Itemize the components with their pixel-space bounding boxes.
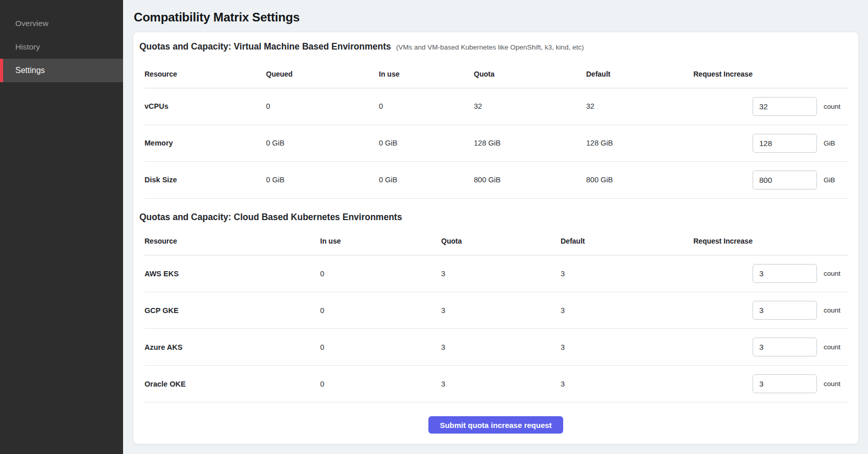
table-row: Disk Size 0 GiB 0 GiB 800 GiB 800 GiB Gi… [144, 161, 848, 198]
table-row: AWS EKS 0 3 3 count [144, 255, 848, 292]
column-header-in-use: In use [379, 60, 474, 88]
request-increase-input-aws-eks[interactable] [753, 264, 817, 283]
default-value: 3 [561, 255, 693, 292]
table-row: Oracle OKE 0 3 3 count [144, 366, 848, 402]
request-increase-cell: count [693, 374, 848, 393]
table-row: vCPUs 0 0 32 32 count [144, 88, 848, 125]
quota-value: 3 [441, 292, 561, 329]
vm-quota-table: Resource Queued In use Quota Default Req… [144, 60, 848, 199]
column-header-resource: Resource [144, 60, 266, 88]
request-increase-cell: count [693, 264, 848, 283]
default-value: 3 [561, 329, 693, 366]
main-content: Compatibility Matrix Settings Quotas and… [123, 0, 868, 454]
default-value: 800 GiB [586, 161, 693, 198]
request-increase-input-oracle-oke[interactable] [753, 374, 817, 393]
sidebar: Overview History Settings [0, 0, 123, 454]
unit-label: count [824, 270, 840, 277]
vm-section-title: Quotas and Capacity: Virtual Machine Bas… [139, 41, 391, 52]
sidebar-item-settings[interactable]: Settings [0, 59, 123, 82]
request-increase-input-vcpus[interactable] [753, 97, 817, 116]
column-header-request-increase: Request Increase [693, 228, 848, 255]
sidebar-item-history[interactable]: History [0, 35, 123, 59]
cloud-section-title: Quotas and Capacity: Cloud Based Kuberne… [139, 212, 402, 223]
column-header-request-increase: Request Increase [693, 60, 848, 88]
resource-name: Azure AKS [144, 329, 320, 366]
resource-name: GCP GKE [144, 292, 320, 329]
request-increase-cell: GiB [693, 134, 848, 153]
page-title: Compatibility Matrix Settings [134, 10, 859, 25]
in-use-value: 0 GiB [379, 125, 474, 161]
queued-value: 0 [266, 88, 379, 125]
quota-value: 128 GiB [474, 125, 586, 161]
sidebar-item-label: Settings [15, 66, 45, 75]
resource-name: Disk Size [144, 161, 266, 198]
in-use-value: 0 [320, 255, 441, 292]
in-use-value: 0 GiB [379, 161, 474, 198]
vm-section-subtitle: (VMs and VM-based Kubernetes like OpenSh… [396, 43, 584, 51]
request-increase-cell: count [693, 338, 848, 356]
cloud-table-header-row: Resource In use Quota Default Request In… [144, 228, 848, 255]
column-header-queued: Queued [266, 60, 379, 88]
unit-label: count [824, 103, 840, 110]
unit-label: count [824, 380, 840, 388]
in-use-value: 0 [320, 329, 441, 366]
in-use-value: 0 [320, 366, 441, 402]
request-increase-cell: GiB [693, 171, 848, 189]
cloud-section-header: Quotas and Capacity: Cloud Based Kuberne… [139, 212, 852, 223]
resource-name: AWS EKS [144, 255, 320, 292]
unit-label: GiB [824, 139, 835, 147]
queued-value: 0 GiB [266, 125, 379, 161]
column-header-default: Default [586, 60, 693, 88]
request-increase-input-gcp-gke[interactable] [753, 301, 817, 320]
sidebar-item-label: Overview [15, 19, 49, 28]
in-use-value: 0 [320, 292, 441, 329]
quota-value: 3 [441, 329, 561, 366]
cloud-quota-table: Resource In use Quota Default Request In… [144, 228, 848, 403]
table-row: Memory 0 GiB 0 GiB 128 GiB 128 GiB GiB [144, 125, 848, 161]
resource-name: vCPUs [144, 88, 266, 125]
submit-quota-increase-button[interactable]: Submit quota increase request [428, 416, 563, 434]
column-header-quota: Quota [474, 60, 586, 88]
submit-button-row: Submit quota increase request [139, 416, 853, 434]
vm-table-header-row: Resource Queued In use Quota Default Req… [144, 60, 848, 88]
sidebar-item-overview[interactable]: Overview [0, 12, 123, 35]
default-value: 3 [561, 292, 693, 329]
queued-value: 0 GiB [266, 161, 379, 198]
settings-card: Quotas and Capacity: Virtual Machine Bas… [133, 32, 859, 444]
request-increase-cell: count [693, 97, 848, 116]
quota-value: 32 [474, 88, 586, 125]
unit-label: count [824, 306, 840, 314]
column-header-default: Default [561, 228, 693, 255]
request-increase-input-disk-size[interactable] [753, 171, 817, 189]
resource-name: Memory [144, 125, 266, 161]
request-increase-input-memory[interactable] [753, 134, 817, 153]
unit-label: GiB [824, 176, 835, 184]
quota-value: 3 [441, 255, 561, 292]
resource-name: Oracle OKE [144, 366, 320, 402]
active-indicator-bar [0, 59, 3, 82]
default-value: 128 GiB [586, 125, 693, 161]
vm-section-header: Quotas and Capacity: Virtual Machine Bas… [139, 41, 852, 52]
column-header-in-use: In use [320, 228, 441, 255]
quota-value: 800 GiB [474, 161, 586, 198]
table-row: Azure AKS 0 3 3 count [144, 329, 848, 366]
quota-value: 3 [441, 366, 561, 402]
request-increase-input-azure-aks[interactable] [753, 338, 817, 356]
column-header-quota: Quota [441, 228, 561, 255]
request-increase-cell: count [693, 301, 848, 320]
default-value: 32 [586, 88, 693, 125]
in-use-value: 0 [379, 88, 474, 125]
sidebar-item-label: History [15, 42, 40, 52]
table-row: GCP GKE 0 3 3 count [144, 292, 848, 329]
unit-label: count [824, 343, 840, 351]
default-value: 3 [561, 366, 693, 402]
column-header-resource: Resource [144, 228, 320, 255]
